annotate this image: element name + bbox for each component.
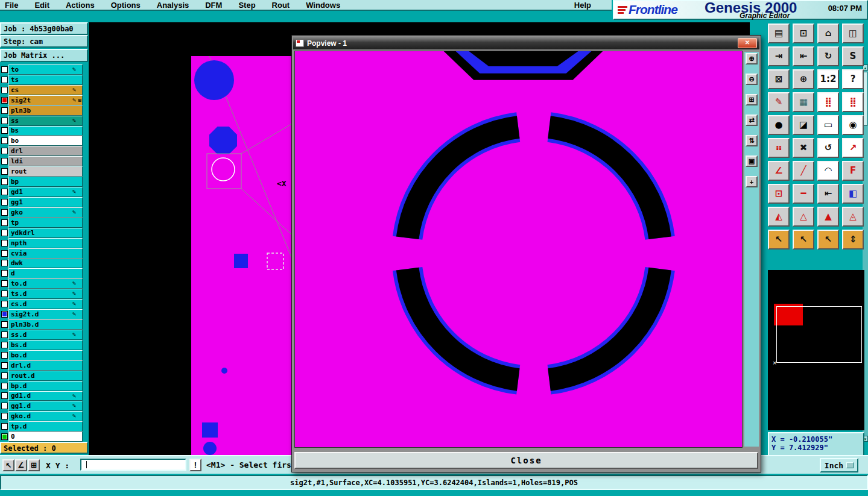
layer-label[interactable]: rout ✎ xyxy=(8,166,83,177)
layer-label[interactable]: bs ✎ xyxy=(8,126,83,136)
layer-visibility-checkbox[interactable] xyxy=(0,401,8,411)
layer-visibility-checkbox[interactable] xyxy=(0,432,8,442)
layer-row[interactable]: ts.d ✎ xyxy=(0,289,83,299)
layer-label[interactable]: bs.d ✎ xyxy=(8,340,83,350)
right-toolbar-button[interactable]: ▦ xyxy=(793,92,814,112)
layer-row[interactable]: ydkdrl ✎ xyxy=(0,228,83,238)
layer-row[interactable]: pln3b.d ✎ xyxy=(0,319,83,330)
mini-tool-button[interactable]: ∠ xyxy=(15,459,27,471)
right-toolbar-button[interactable]: ∠ xyxy=(768,161,790,181)
right-toolbar-button[interactable]: S xyxy=(842,46,864,66)
layer-label[interactable]: drl.d ✎ xyxy=(8,360,83,371)
layer-visibility-checkbox[interactable] xyxy=(0,319,8,330)
layer-visibility-checkbox[interactable] xyxy=(0,268,8,278)
layer-row[interactable]: sig2t.d ✎ xyxy=(0,309,83,319)
layer-row[interactable]: ldi ✎ xyxy=(0,156,83,166)
right-toolbar-button[interactable]: ⇥ xyxy=(768,46,790,66)
layer-visibility-checkbox[interactable] xyxy=(0,177,8,187)
layer-row[interactable]: drl ✎ xyxy=(0,146,83,156)
layer-row[interactable]: 0 ✎ xyxy=(0,432,83,442)
layer-row[interactable]: gko ✎ xyxy=(0,207,83,218)
layer-visibility-checkbox[interactable] xyxy=(0,411,8,421)
right-toolbar-button[interactable]: ▭ xyxy=(817,115,839,135)
layer-visibility-checkbox[interactable] xyxy=(0,278,8,289)
layer-row[interactable]: gd1.d ✎ xyxy=(0,391,83,401)
layer-visibility-checkbox[interactable] xyxy=(0,218,8,228)
layer-visibility-checkbox[interactable] xyxy=(0,340,8,350)
layer-row[interactable]: to ✎ xyxy=(0,64,83,75)
right-toolbar-button[interactable]: ◪ xyxy=(793,115,814,135)
layer-label[interactable]: rout.d ✎ xyxy=(8,371,83,381)
layer-label[interactable]: gd1 ✎ xyxy=(8,187,83,197)
layer-visibility-checkbox[interactable] xyxy=(0,126,8,136)
layer-label[interactable]: gko ✎ xyxy=(8,207,83,218)
right-toolbar-button[interactable]: ⌂ xyxy=(817,24,839,43)
right-toolbar-button[interactable]: ↻ xyxy=(817,46,839,66)
layer-row[interactable]: gg1.d ✎ xyxy=(0,401,83,411)
right-toolbar-button[interactable]: ↺ xyxy=(817,138,839,158)
layer-row[interactable]: bo ✎ xyxy=(0,136,83,146)
menu-item[interactable]: Options xyxy=(111,1,141,10)
layer-label[interactable]: pln3b ✎ xyxy=(8,105,83,116)
layer-visibility-checkbox[interactable] xyxy=(0,421,8,432)
right-toolbar-button[interactable]: ↖ xyxy=(768,230,790,250)
menu-item[interactable]: Step xyxy=(238,1,255,10)
right-toolbar-button[interactable]: ━ xyxy=(793,184,814,204)
layer-visibility-checkbox[interactable] xyxy=(0,166,8,177)
layer-row[interactable]: rout.d ✎ xyxy=(0,371,83,381)
layer-visibility-checkbox[interactable] xyxy=(0,197,8,207)
layer-row[interactable]: to.d ✎ xyxy=(0,278,83,289)
layer-visibility-checkbox[interactable] xyxy=(0,330,8,340)
right-toolbar-button[interactable]: ▲ xyxy=(817,207,839,227)
layer-label[interactable]: ts.d ✎ xyxy=(8,289,83,299)
layer-label[interactable]: ts ✎ xyxy=(8,75,83,85)
popview-zoom-button[interactable]: + xyxy=(746,176,758,187)
popview-close-button[interactable]: Close xyxy=(294,452,758,469)
preview-viewport-rect[interactable] xyxy=(776,306,862,363)
layer-visibility-checkbox[interactable] xyxy=(0,259,8,269)
menu-item[interactable]: Rout xyxy=(272,1,290,10)
right-toolbar-button[interactable]: ⊕ xyxy=(793,69,814,89)
popview-zoom-button[interactable]: ⇄ xyxy=(746,115,758,126)
right-toolbar-button[interactable]: ↖ xyxy=(793,230,814,250)
layer-visibility-checkbox[interactable] xyxy=(0,64,8,75)
right-toolbar-button[interactable]: ⊡ xyxy=(793,24,814,43)
right-toolbar-button[interactable]: ✖ xyxy=(793,138,814,158)
layer-row[interactable]: tp.d ✎ xyxy=(0,421,83,432)
layer-label[interactable]: d ✎ xyxy=(8,268,83,278)
layer-visibility-checkbox[interactable] xyxy=(0,381,8,391)
right-toolbar-button[interactable]: ⣿ xyxy=(842,92,864,112)
layer-row[interactable]: ts ✎ xyxy=(0,75,83,85)
layer-row[interactable]: pln3b ✎ xyxy=(0,105,83,116)
layer-row[interactable]: bp ✎ xyxy=(0,177,83,187)
layer-label[interactable]: bp ✎ xyxy=(8,177,83,187)
layer-row[interactable]: dwk ✎ xyxy=(0,259,83,269)
right-toolbar-button[interactable]: ● xyxy=(768,115,790,135)
units-button[interactable]: Inch xyxy=(820,458,858,472)
layer-row[interactable]: bo.d ✎ xyxy=(0,350,83,360)
layer-label[interactable]: to ✎ xyxy=(8,64,83,75)
right-toolbar-button[interactable]: ◬ xyxy=(842,207,864,227)
menu-item[interactable]: Edit xyxy=(34,1,49,10)
layer-label[interactable]: bo ✎ xyxy=(8,136,83,146)
layer-visibility-checkbox[interactable] xyxy=(0,207,8,218)
alert-button[interactable]: ! xyxy=(189,459,201,471)
layer-label[interactable]: 0 ✎ xyxy=(8,432,83,442)
layer-row[interactable]: ss ✎ xyxy=(0,116,83,126)
layer-label[interactable]: gg1.d ✎ xyxy=(8,401,83,411)
popview-zoom-button[interactable]: ⇅ xyxy=(746,135,758,146)
right-toolbar-button[interactable]: △ xyxy=(793,207,814,227)
right-toolbar-button[interactable]: ↗ xyxy=(842,138,864,158)
layer-row[interactable]: rout ✎ xyxy=(0,166,83,177)
right-toolbar-button[interactable]: ◠ xyxy=(817,161,839,181)
layer-label[interactable]: bp.d ✎ xyxy=(8,381,83,391)
layer-row[interactable]: drl.d ✎ xyxy=(0,360,83,371)
mini-tool-button[interactable]: ⊞ xyxy=(28,459,40,471)
menu-item[interactable]: File xyxy=(5,1,18,10)
overview-preview-pane[interactable]: × xyxy=(768,270,864,430)
layer-label[interactable]: pln3b.d ✎ xyxy=(8,319,83,330)
layer-visibility-checkbox[interactable] xyxy=(0,248,8,259)
layer-label[interactable]: bo.d ✎ xyxy=(8,350,83,360)
layer-label[interactable]: gko.d ✎ xyxy=(8,411,83,421)
layer-label[interactable]: sig2t.d ✎ xyxy=(8,309,83,319)
